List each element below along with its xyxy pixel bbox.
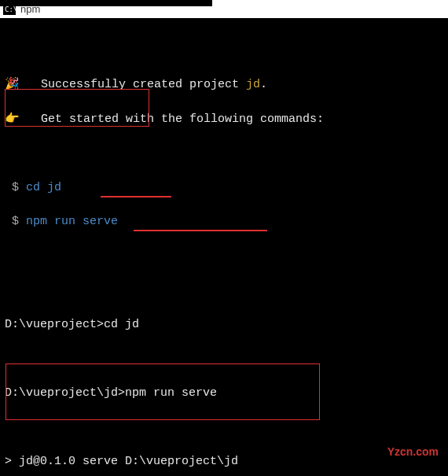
watermark-text: Yzcn.com: [387, 444, 439, 459]
terminal-viewport[interactable]: 🎉 Successfully created project jd. 👉 Get…: [0, 19, 448, 476]
suggested-cmd-1: $ cd jd: [5, 179, 443, 197]
blank-line: [5, 350, 443, 367]
annotation-underline-1: [101, 196, 171, 197]
blank-line: [5, 248, 443, 265]
success-line: 🎉 Successfully created project jd.: [5, 76, 443, 94]
top-black-strip: [0, 0, 212, 6]
annotation-underline-2: [134, 230, 267, 231]
prompt-line-2: D:\vueproject\jd>npm run serve: [5, 385, 443, 402]
prompt-line-1: D:\vueproject>cd jd: [5, 316, 443, 334]
blank-line: [5, 419, 443, 436]
blank-line: [5, 282, 443, 299]
blank-line: [5, 145, 443, 162]
suggested-cmd-2: $ npm run serve: [5, 213, 443, 231]
terminal-line: [5, 42, 443, 60]
serve-line-1: > jd@0.1.0 serve D:\vueproject\jd: [5, 453, 443, 470]
getstarted-line: 👉 Get started with the following command…: [5, 111, 443, 128]
